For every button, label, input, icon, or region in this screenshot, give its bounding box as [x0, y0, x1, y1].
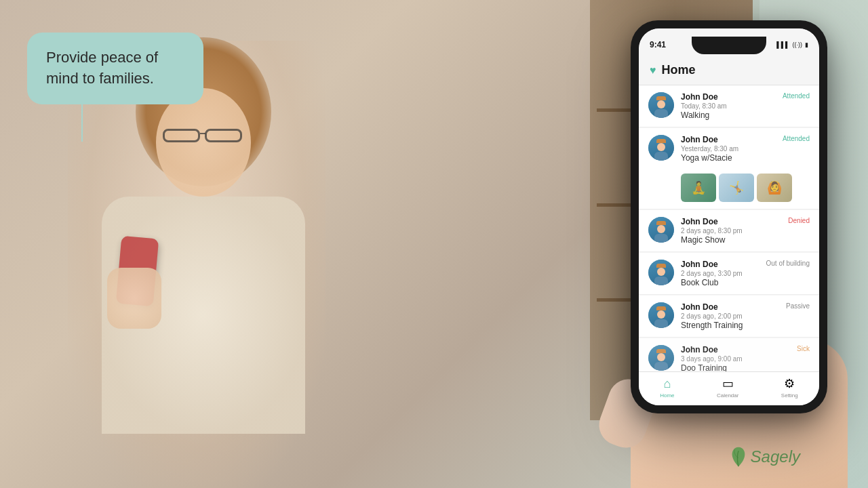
activity-list: John Doe Today, 8:30 am Walking Attended — [639, 85, 819, 371]
avatar-1 — [648, 92, 674, 118]
activity-status-4: Out of building — [766, 260, 810, 267]
activity-label-5: Strength Training — [681, 321, 810, 330]
sagely-leaf-icon — [729, 446, 748, 468]
activity-time-6: 3 days ago, 9:00 am — [681, 355, 810, 363]
activity-info-6: John Doe 3 days ago, 9:00 am Doo Trainin… — [681, 345, 810, 371]
activity-status-2: Attended — [783, 135, 810, 142]
face — [156, 88, 251, 197]
activity-time-2: Yesterday, 8:30 am — [681, 145, 776, 152]
avatar-4 — [648, 260, 674, 285]
activity-time-3: 2 days ago, 8:30 pm — [681, 227, 810, 235]
home-nav-label: Home — [660, 392, 674, 399]
status-icons: ▌▌▌ ((·)) ▮ — [776, 41, 808, 48]
activity-item-magic: John Doe 2 days ago, 8:30 pm Magic Show … — [639, 210, 819, 252]
activity-label-2: Yoga w/Stacie — [681, 153, 776, 163]
activity-status-6: Sick — [797, 345, 810, 352]
activity-label-1: Walking — [681, 110, 810, 120]
glasses-bridge — [200, 133, 205, 134]
signal-icon: ▌▌▌ — [776, 41, 789, 48]
activity-name-6: John Doe — [681, 345, 810, 354]
activity-name-2: John Doe — [681, 135, 776, 144]
activity-label-6: Doo Training — [681, 363, 810, 371]
photo-2-content: 🤸 — [719, 174, 754, 202]
yoga-photos: 🧘 🤸 🙆 — [681, 174, 792, 202]
nav-item-home[interactable]: ⌂ Home — [660, 377, 674, 399]
activity-item-doo-training: John Doe 3 days ago, 9:00 am Doo Trainin… — [639, 338, 819, 371]
activity-status-3: Denied — [788, 217, 810, 224]
phone-mockup: 9:41 ▌▌▌ ((·)) ▮ ♥ Home — [631, 20, 827, 413]
bottom-nav: ⌂ Home ▭ Calendar ⚙ Setting — [639, 371, 819, 405]
activity-status-1: Attended — [783, 92, 810, 100]
activity-item-strength: John Doe 2 days ago, 2:00 pm Strength Tr… — [639, 296, 819, 338]
activity-item-yoga: John Doe Yesterday, 8:30 am Yoga w/Staci… — [639, 128, 819, 209]
avatar-5 — [648, 302, 674, 328]
nav-item-calendar[interactable]: ▭ Calendar — [717, 376, 738, 399]
sagely-logo-text: Sagely — [751, 447, 800, 466]
activity-status-5: Passive — [786, 302, 810, 310]
photo-3-content: 🙆 — [757, 174, 792, 202]
nav-item-setting[interactable]: ⚙ Setting — [781, 376, 798, 399]
avatar-2 — [648, 135, 674, 161]
speech-bubble: Provide peace of mind to families. — [27, 33, 203, 104]
activity-info-2: John Doe Yesterday, 8:30 am Yoga w/Staci… — [681, 135, 776, 163]
phone-screen: 9:41 ▌▌▌ ((·)) ▮ ♥ Home — [639, 28, 819, 405]
home-title: Home — [662, 63, 696, 77]
calendar-nav-icon: ▭ — [722, 376, 734, 391]
photo-thumb-3: 🙆 — [757, 174, 792, 202]
home-nav-icon: ⌂ — [663, 377, 671, 391]
photo-thumb-1: 🧘 — [681, 174, 716, 202]
activity-item-bookclub: John Doe 2 days ago, 3:30 pm Book Club O… — [639, 253, 819, 295]
activity-time-1: Today, 8:30 am — [681, 102, 810, 110]
app-header: ♥ Home — [639, 56, 819, 85]
avatar-6 — [648, 345, 674, 371]
activity-item-walking: John Doe Today, 8:30 am Walking Attended — [639, 85, 819, 127]
photo-1-content: 🧘 — [681, 174, 716, 202]
calendar-nav-label: Calendar — [717, 392, 738, 399]
activity-time-5: 2 days ago, 2:00 pm — [681, 312, 810, 320]
setting-nav-label: Setting — [781, 392, 798, 399]
phone-body: 9:41 ▌▌▌ ((·)) ▮ ♥ Home — [631, 20, 827, 413]
home-heart-icon: ♥ — [650, 64, 656, 77]
avatar-3 — [648, 217, 674, 243]
setting-nav-icon: ⚙ — [784, 376, 795, 391]
status-time: 9:41 — [650, 40, 666, 49]
hand-holding-phone — [107, 268, 161, 329]
activity-label-4: Book Club — [681, 278, 810, 287]
wifi-icon: ((·)) — [793, 41, 803, 48]
phone-notch — [692, 37, 766, 54]
activity-time-4: 2 days ago, 3:30 pm — [681, 270, 810, 277]
battery-icon: ▮ — [805, 41, 808, 48]
sagely-logo: Sagely — [729, 446, 800, 468]
speech-bubble-text: Provide peace of mind to families. — [46, 49, 158, 87]
photo-thumb-2: 🤸 — [719, 174, 754, 202]
activity-label-3: Magic Show — [681, 235, 810, 245]
glasses-left — [163, 129, 200, 142]
glasses-right — [205, 129, 242, 142]
